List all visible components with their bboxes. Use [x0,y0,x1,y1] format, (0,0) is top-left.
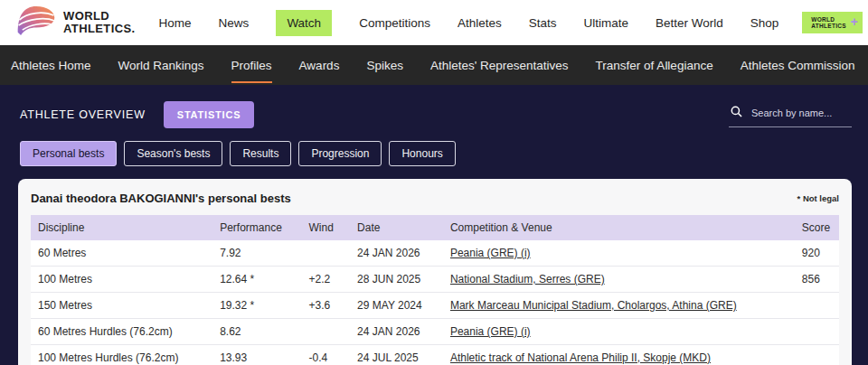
secondary-nav-item-spikes[interactable]: Spikes [366,47,403,83]
table-row: 100 Metres12.64 *+2.228 JUN 2025National… [31,267,839,293]
column-header-score: Score [795,215,839,240]
secondary-nav-item-awards[interactable]: Awards [299,47,340,83]
table-head: DisciplinePerformanceWindDateCompetition… [31,215,839,240]
table-header-row: DisciplinePerformanceWindDateCompetition… [31,215,839,240]
cell-performance: 8.62 [212,319,301,345]
top-nav-item-better-world[interactable]: Better World [656,16,723,30]
logo-wordmark: WORLD ATHLETICS. [63,10,136,35]
cell-venue: National Stadium, Serres (GRE) [443,267,795,293]
venue-link[interactable]: Mark Marceau Municipal Stadium, Cholargo… [450,299,737,312]
world-athletics-plus-badge[interactable]: WORLD ATHLETICS + [802,12,863,34]
top-nav-item-shop[interactable]: Shop [750,16,779,30]
column-header-wind: Wind [301,215,350,240]
cell-venue: Peania (GRE) (i) [443,319,795,345]
column-header-performance: Performance [212,215,301,240]
table-row: 60 Metres7.9224 JAN 2026Peania (GRE) (i)… [31,240,839,267]
badge-wordmark: WORLD ATHLETICS [811,16,846,30]
cell-score [795,319,839,345]
tab-athlete-overview[interactable]: ATHLETE OVERVIEW [20,108,146,121]
top-nav-item-watch[interactable]: Watch [276,10,332,36]
cell-score: 920 [795,240,839,267]
search-icon [731,105,742,121]
athletes-section-nav: Athletes HomeWorld RankingsProfilesAward… [0,45,868,85]
column-header-discipline: Discipline [31,215,212,240]
cell-score [795,293,839,319]
table-row: 100 Metres Hurdles (76.2cm)13.93-0.424 J… [31,345,839,365]
search-input[interactable] [751,108,850,118]
tab-statistics[interactable]: STATISTICS [164,101,255,128]
top-nav-items: HomeNewsWatchCompetitionsAthletesStatsUl… [159,10,779,36]
table-body: 60 Metres7.9224 JAN 2026Peania (GRE) (i)… [31,240,839,365]
statistics-sub-tabs: Personal bestsSeason's bestsResultsProgr… [0,134,868,175]
cell-date: 28 JUN 2025 [350,267,443,293]
profile-tab-bar: ATHLETE OVERVIEW STATISTICS [0,85,868,134]
world-athletics-logo[interactable]: WORLD ATHLETICS. [16,5,136,41]
secondary-nav-item-world-rankings[interactable]: World Rankings [118,47,204,83]
cell-discipline: 60 Metres [31,240,212,267]
cell-venue: Athletic track of National Arena Philip … [443,345,795,365]
table-row: 60 Metres Hurdles (76.2cm)8.6224 JAN 202… [31,319,839,345]
cell-discipline: 60 Metres Hurdles (76.2cm) [31,319,212,345]
venue-link[interactable]: Peania (GRE) (i) [450,325,531,338]
cell-wind [301,240,350,267]
stat-tab-results[interactable]: Results [230,141,291,166]
top-nav-item-stats[interactable]: Stats [529,16,557,30]
stat-tab-personal-bests[interactable]: Personal bests [20,141,117,166]
top-nav-item-ultimate[interactable]: Ultimate [583,16,628,30]
cell-date: 24 JAN 2026 [350,319,443,345]
secondary-nav-item-athletes-representatives[interactable]: Athletes' Representatives [430,47,569,83]
column-header-date: Date [350,215,443,240]
stat-tab-progression[interactable]: Progression [298,141,382,166]
venue-link[interactable]: Peania (GRE) (i) [450,247,531,259]
table-row: 150 Metres19.32 *+3.629 MAY 2024Mark Mar… [31,293,839,319]
cell-wind [301,319,350,345]
top-nav: WORLD ATHLETICS. HomeNewsWatchCompetitio… [0,0,868,45]
cell-performance: 12.64 * [212,267,301,293]
top-nav-item-athletes[interactable]: Athletes [458,16,502,30]
top-nav-item-news[interactable]: News [219,16,250,30]
venue-link[interactable]: Athletic track of National Arena Philip … [450,351,711,364]
secondary-nav-item-athletes-home[interactable]: Athletes Home [11,47,91,83]
cell-discipline: 150 Metres [31,293,212,319]
stat-tab-honours[interactable]: Honours [389,141,455,166]
cell-score [795,345,839,365]
cell-wind: +3.6 [301,293,350,319]
cell-wind: +2.2 [301,267,350,293]
column-header-competition-venue: Competition & Venue [443,215,795,240]
secondary-nav-item-profiles[interactable]: Profiles [231,47,272,83]
cell-performance: 7.92 [212,240,301,267]
personal-bests-card: Danai theodora BAKOGIANNI's personal bes… [18,179,852,365]
card-title: Danai theodora BAKOGIANNI's personal bes… [31,192,291,205]
top-nav-item-competitions[interactable]: Competitions [359,16,430,30]
cell-performance: 19.32 * [212,293,301,319]
card-header: Danai theodora BAKOGIANNI's personal bes… [31,192,839,205]
secondary-nav-item-transfer-of-allegiance[interactable]: Transfer of Allegiance [596,47,713,83]
secondary-nav-item-athletes-commission[interactable]: Athletes Commission [741,47,855,83]
cell-discipline: 100 Metres Hurdles (76.2cm) [31,345,212,365]
stat-tab-season-s-bests[interactable]: Season's bests [124,141,222,166]
world-athletics-globe-icon [16,5,56,41]
cell-score: 856 [795,267,839,293]
athlete-search[interactable] [729,103,852,127]
top-nav-item-home[interactable]: Home [159,16,192,30]
cell-venue: Mark Marceau Municipal Stadium, Cholargo… [443,293,795,319]
cell-date: 24 JAN 2026 [350,240,443,267]
not-legal-note: * Not legal [797,192,839,203]
cell-wind: -0.4 [301,345,350,365]
venue-link[interactable]: National Stadium, Serres (GRE) [450,273,605,285]
personal-bests-table: DisciplinePerformanceWindDateCompetition… [31,215,839,365]
cell-discipline: 100 Metres [31,267,212,293]
plus-icon: + [851,14,858,29]
cell-date: 29 MAY 2024 [350,293,443,319]
cell-date: 24 JUL 2025 [350,345,443,365]
cell-performance: 13.93 [212,345,301,365]
cell-venue: Peania (GRE) (i) [443,240,795,267]
